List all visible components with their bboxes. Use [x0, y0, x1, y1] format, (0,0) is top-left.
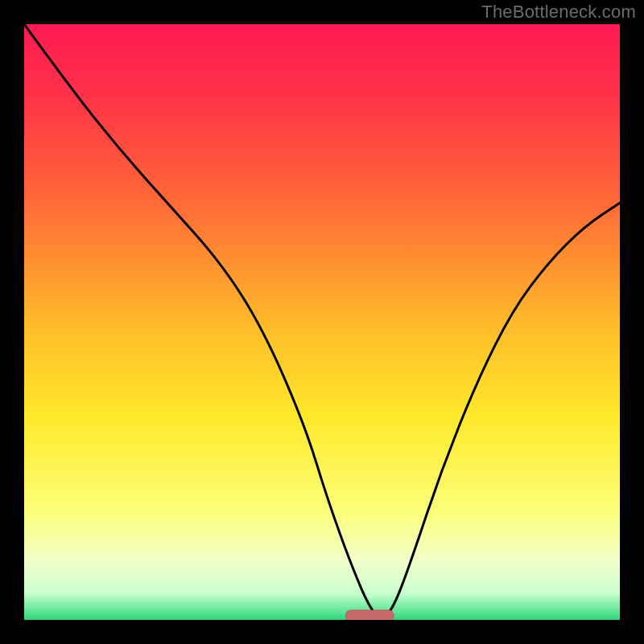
chart-frame: TheBottleneck.com	[0, 0, 644, 644]
watermark-text: TheBottleneck.com	[481, 2, 636, 23]
bottleneck-chart	[24, 24, 620, 620]
optimum-marker	[346, 610, 394, 620]
gradient-background	[24, 24, 620, 620]
